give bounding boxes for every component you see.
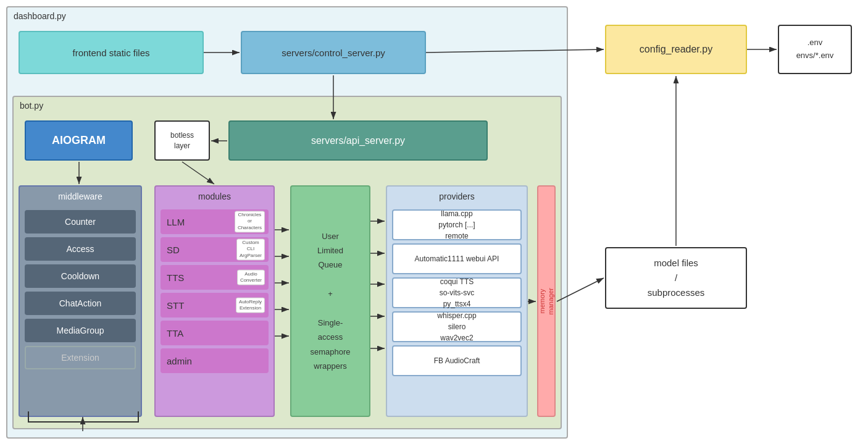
frontend-box: frontend static files — [19, 31, 204, 74]
botless-box: botless layer — [154, 120, 210, 161]
memory-manager-label: memorymanager — [538, 288, 556, 314]
provider-llm: llama.cpp pytorch [...] remote — [392, 209, 522, 240]
aiogram-box: AIOGRAM — [25, 120, 133, 161]
memory-manager-box: memorymanager — [537, 185, 556, 417]
module-stt: STT AutoReplyExtension — [161, 293, 269, 318]
model-files-box: model files / subprocesses — [605, 247, 747, 309]
middleware-access: Access — [25, 237, 136, 261]
provider-stt: whisper.cpp silero wav2vec2 — [392, 311, 522, 342]
config-reader-label: config_reader.py — [640, 44, 712, 55]
aiogram-label: AIOGRAM — [52, 134, 106, 147]
botpy-label: bot.py — [20, 101, 43, 111]
dashboard-label: dashboard.py — [14, 11, 66, 21]
botless-label: botless layer — [170, 130, 194, 151]
model-files-label: model files / subprocesses — [648, 256, 705, 300]
middleware-mediagroup: MediaGroup — [25, 319, 136, 342]
config-reader-box: config_reader.py — [605, 25, 747, 74]
env-line1: .env — [807, 36, 823, 49]
middleware-label: middleware — [20, 187, 141, 206]
providers-label: providers — [387, 187, 527, 206]
api-server-box: servers/api_server.py — [228, 120, 488, 161]
provider-a1111: Automatic1111 webui API — [392, 243, 522, 274]
provider-tts: coqui TTS so-vits-svc py_ttsx4 — [392, 277, 522, 308]
queue-box: User Limited Queue + Single- access sema… — [290, 185, 370, 417]
module-sd: SD CustomCLIArgParser — [161, 237, 269, 262]
middleware-extension: Extension — [25, 346, 136, 369]
middleware-chataction: ChatAction — [25, 292, 136, 315]
modules-box: modules LLM ChroniclesorCharacters SD Cu… — [154, 185, 275, 417]
module-admin: admin — [161, 348, 269, 373]
env-box: .env envs/*.env — [778, 25, 852, 74]
frontend-label: frontend static files — [72, 48, 149, 58]
middleware-counter: Counter — [25, 210, 136, 234]
queue-text: User Limited Queue + Single- access sema… — [310, 229, 350, 374]
provider-audiocraft: FB AudioCraft — [392, 345, 522, 376]
module-tts: TTS AudioConverter — [161, 265, 269, 290]
module-tta: TTA — [161, 321, 269, 345]
middleware-cooldown: Cooldown — [25, 264, 136, 288]
api-server-label: servers/api_server.py — [311, 135, 405, 146]
control-server-label: servers/control_server.py — [282, 48, 385, 58]
bottom-bracket — [28, 411, 139, 423]
env-line2: envs/*.env — [796, 49, 834, 62]
modules-label: modules — [156, 187, 273, 206]
middleware-box: middleware Counter Access Cooldown ChatA… — [19, 185, 142, 417]
control-server-box: servers/control_server.py — [241, 31, 426, 74]
providers-box: providers llama.cpp pytorch [...] remote… — [386, 185, 528, 417]
module-llm: LLM ChroniclesorCharacters — [161, 209, 269, 234]
